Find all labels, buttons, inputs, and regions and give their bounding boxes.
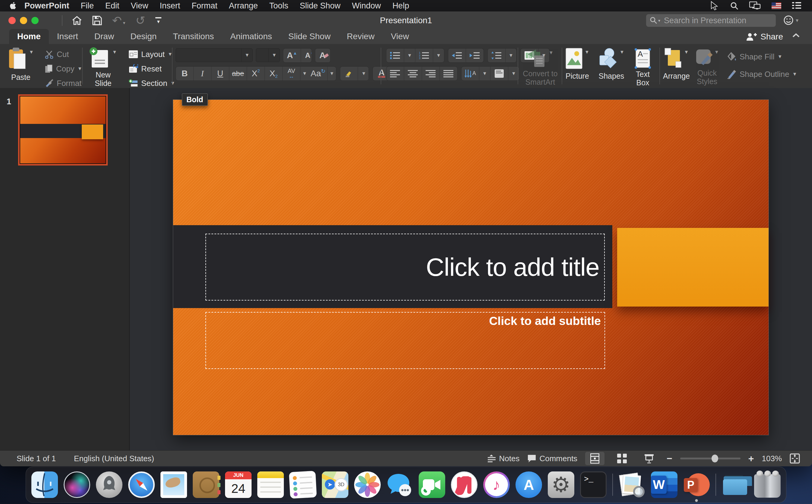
menu-insert[interactable]: Insert	[154, 1, 186, 11]
slide-canvas[interactable]: Click to add title Click to add subtitle	[173, 100, 769, 435]
numbering-button[interactable]: 123	[415, 49, 433, 62]
dock-icon-siri[interactable]	[64, 471, 90, 498]
quick-styles-button[interactable]: ▼ Quick Styles	[695, 48, 719, 86]
font-name-dropdown[interactable]: ▼	[241, 49, 252, 62]
collapse-ribbon-icon[interactable]	[792, 33, 800, 38]
character-spacing-button[interactable]: AV↔	[282, 67, 300, 80]
bullets-dropdown[interactable]: ▼	[404, 49, 415, 62]
paste-button[interactable]: ▼ Paste	[8, 47, 34, 81]
line-spacing-dropdown[interactable]: ▼	[505, 49, 517, 62]
justify-button[interactable]	[440, 67, 457, 80]
feedback-smiley-icon[interactable]: ▼	[783, 15, 799, 25]
text-direction-dropdown[interactable]: ▼	[479, 67, 490, 80]
tab-animations[interactable]: Animations	[222, 29, 280, 44]
title-placeholder[interactable]: Click to add title	[205, 234, 605, 301]
notes-button[interactable]: Notes	[487, 454, 520, 463]
grow-font-button[interactable]: A▲	[283, 49, 301, 62]
shapes-dropdown[interactable]: ▼	[620, 49, 624, 55]
dock-icon-mail[interactable]	[160, 471, 187, 498]
zoom-percentage[interactable]: 103%	[762, 454, 782, 463]
text-box-button[interactable]: A Text Box	[632, 48, 653, 87]
dock-icon-powerpoint[interactable]: P	[683, 471, 710, 498]
normal-view-button[interactable]	[585, 452, 605, 465]
arrange-button[interactable]: ▼ Arrange	[663, 48, 690, 80]
dock-icon-safari[interactable]	[128, 471, 155, 498]
language-status[interactable]: English (United States)	[74, 454, 154, 463]
dock-icon-calendar[interactable]: JUN 24	[225, 471, 251, 498]
copy-dropdown[interactable]: ▼	[77, 66, 82, 71]
shapes-button[interactable]: ▼ Shapes	[599, 48, 624, 80]
zoom-out-button[interactable]: −	[667, 453, 672, 464]
font-size-combo[interactable]: ▼	[256, 48, 280, 62]
share-button[interactable]: Share	[746, 30, 783, 44]
clear-formatting-button[interactable]: A	[315, 49, 330, 62]
search-input[interactable]	[663, 16, 772, 26]
quick-styles-dropdown[interactable]: ▼	[714, 49, 719, 55]
fit-slide-to-window-button[interactable]	[790, 453, 800, 464]
dock-icon-downloads-folder[interactable]	[722, 471, 748, 498]
tab-transitions[interactable]: Transitions	[165, 29, 222, 44]
subscript-button[interactable]: X2	[264, 67, 282, 80]
shape-fill-dropdown[interactable]: ▼	[778, 54, 782, 59]
dock-icon-news[interactable]	[451, 471, 478, 498]
tab-slide-show[interactable]: Slide Show	[280, 29, 339, 44]
dock-icon-finder[interactable]	[31, 471, 58, 498]
arrange-dropdown[interactable]: ▼	[684, 49, 689, 55]
zoom-in-button[interactable]: +	[748, 453, 754, 464]
menu-window[interactable]: Window	[346, 1, 387, 11]
screen-mirroring-icon[interactable]	[749, 2, 761, 10]
change-case-button[interactable]: Aa↻	[309, 67, 327, 80]
paste-dropdown[interactable]: ▼	[29, 49, 34, 55]
notification-list-icon[interactable]	[792, 2, 801, 9]
text-direction-button[interactable]: A	[462, 67, 479, 80]
shape-fill-button[interactable]: Shape Fill ▼	[726, 51, 782, 63]
convert-smartart-button[interactable]: ▼ Convert to SmartArt	[523, 49, 558, 86]
font-size-dropdown[interactable]: ▼	[268, 49, 280, 62]
new-slide-button[interactable]: ▼ New Slide	[89, 47, 117, 87]
zoom-slider-thumb[interactable]	[712, 455, 718, 462]
underline-button[interactable]: U	[211, 67, 229, 80]
line-spacing-button[interactable]	[488, 49, 505, 62]
shrink-font-button[interactable]: A▼	[301, 49, 312, 62]
dock-icon-contacts[interactable]	[193, 471, 219, 498]
dock-icon-photos[interactable]	[354, 471, 381, 498]
shape-outline-dropdown[interactable]: ▼	[792, 71, 797, 77]
numbering-dropdown[interactable]: ▼	[433, 49, 444, 62]
slide-accent-rectangle[interactable]	[617, 228, 769, 307]
menu-format[interactable]: Format	[186, 1, 223, 11]
slideshow-view-button[interactable]	[640, 452, 659, 465]
dock-icon-word[interactable]: W	[651, 471, 678, 498]
dock-icon-reminders[interactable]	[289, 471, 317, 499]
slide-thumbnail-panel[interactable]: 1	[0, 88, 130, 450]
dock-icon-app-store[interactable]: A	[516, 471, 542, 498]
strikethrough-button[interactable]: abe	[229, 67, 247, 80]
new-slide-dropdown[interactable]: ▼	[112, 49, 117, 55]
tab-design[interactable]: Design	[122, 29, 165, 44]
align-right-button[interactable]	[422, 67, 440, 80]
picture-button[interactable]: ▼ Picture	[565, 48, 589, 80]
dock-icon-maps[interactable]: ➤ 3D	[322, 471, 348, 498]
dock-icon-launchpad[interactable]	[96, 471, 122, 498]
highlight-color-dropdown[interactable]: ▼	[358, 67, 369, 80]
section-button[interactable]: Section ▼	[128, 77, 175, 89]
dock-icon-music[interactable]: ♪	[483, 471, 510, 498]
menu-edit[interactable]: Edit	[99, 1, 125, 11]
search-field[interactable]: ▾	[646, 14, 776, 27]
superscript-button[interactable]: X2	[247, 67, 264, 80]
slide-sorter-view-button[interactable]	[612, 452, 632, 465]
layout-button[interactable]: Layout ▼	[128, 48, 175, 60]
dock-icon-notes[interactable]	[257, 471, 284, 498]
menu-arrange[interactable]: Arrange	[223, 1, 264, 11]
dock-icon-system-preferences[interactable]: ⚙	[548, 471, 574, 498]
menu-help[interactable]: Help	[387, 1, 415, 11]
tab-insert[interactable]: Insert	[49, 29, 86, 44]
input-source-us-flag-icon[interactable]	[772, 2, 781, 9]
section-dropdown[interactable]: ▼	[170, 80, 175, 86]
shape-outline-button[interactable]: Shape Outline ▼	[726, 68, 797, 80]
tab-view[interactable]: View	[383, 29, 417, 44]
change-case-dropdown[interactable]: ▼	[327, 67, 336, 80]
highlight-color-button[interactable]	[340, 67, 358, 80]
smartart-dropdown[interactable]: ▼	[549, 50, 554, 55]
align-center-button[interactable]	[404, 67, 422, 80]
font-name-combo[interactable]: ▼	[175, 48, 253, 62]
